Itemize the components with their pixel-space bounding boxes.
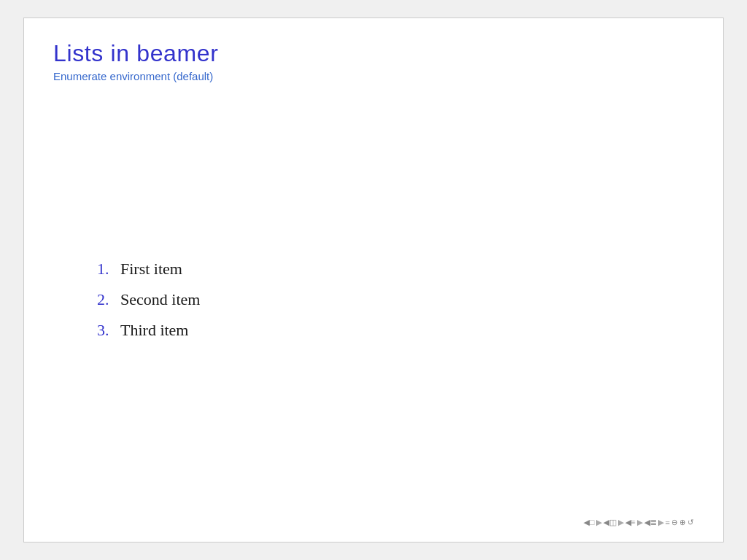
list-item-number-2: 2. bbox=[97, 290, 112, 309]
nav-prev-icon[interactable]: ◀≡ bbox=[625, 518, 635, 527]
nav-controls: ◀□ ▶ ◀◫ ▶ ◀≡ ▶ ◀≣ ▶ ≡ ⊖ ⊕ ↺ bbox=[584, 518, 694, 527]
slide: Lists in beamer Enumerate environment (d… bbox=[23, 18, 724, 542]
nav-sep-4: ▶ bbox=[658, 518, 664, 527]
nav-prev-frame-icon[interactable]: ◀◫ bbox=[603, 518, 616, 527]
slide-content: 1.First item2.Second item3.Third item bbox=[53, 82, 694, 513]
list-item-text-2: Second item bbox=[120, 290, 200, 309]
slide-title: Lists in beamer bbox=[53, 40, 694, 67]
nav-sep-1: ▶ bbox=[596, 518, 602, 527]
list-item-text-1: First item bbox=[120, 260, 182, 279]
nav-sep-3: ▶ bbox=[637, 518, 643, 527]
list-item-number-1: 1. bbox=[97, 260, 112, 279]
nav-zoom-in-icon[interactable]: ⊕ bbox=[679, 518, 686, 527]
nav-refresh-icon[interactable]: ↺ bbox=[687, 518, 694, 527]
nav-first-icon[interactable]: ◀□ bbox=[584, 518, 595, 527]
slide-subtitle: Enumerate environment (default) bbox=[53, 70, 694, 82]
list-item-1: 1.First item bbox=[97, 260, 200, 279]
enumerate-list: 1.First item2.Second item3.Third item bbox=[97, 260, 200, 351]
list-item-2: 2.Second item bbox=[97, 290, 200, 309]
list-item-3: 3.Third item bbox=[97, 321, 200, 340]
nav-sep-2: ▶ bbox=[618, 518, 624, 527]
slide-header: Lists in beamer Enumerate environment (d… bbox=[53, 40, 694, 82]
nav-next-icon[interactable]: ◀≣ bbox=[644, 518, 657, 527]
nav-menu-icon[interactable]: ≡ bbox=[665, 518, 670, 527]
slide-footer: ◀□ ▶ ◀◫ ▶ ◀≡ ▶ ◀≣ ▶ ≡ ⊖ ⊕ ↺ bbox=[53, 513, 694, 527]
list-item-number-3: 3. bbox=[97, 321, 112, 340]
list-item-text-3: Third item bbox=[120, 321, 188, 340]
nav-zoom-out-icon[interactable]: ⊖ bbox=[671, 518, 678, 527]
